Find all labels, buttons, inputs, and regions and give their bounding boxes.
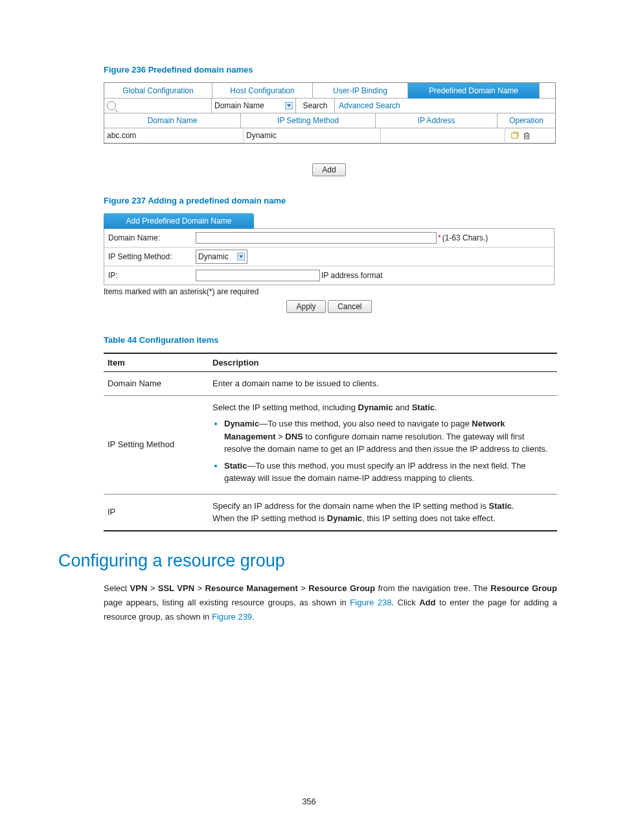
cancel-button[interactable]: Cancel (328, 300, 371, 313)
search-row: Domain Name Search Advanced Search (104, 99, 555, 113)
col-operation: Operation (498, 113, 555, 128)
add-button-row: Add (104, 163, 555, 176)
cell-item: Domain Name (104, 372, 209, 396)
table-44: Item Description Domain Name Enter a dom… (104, 353, 557, 531)
required-asterisk: * (437, 233, 441, 242)
tab-add-predefined[interactable]: Add Predefined Domain Name (104, 213, 254, 229)
th-desc: Description (209, 353, 557, 372)
cell-method: Dynamic (244, 128, 381, 143)
row-ip: IP: IP address format (104, 266, 554, 285)
list-item: Static—To use this method, you must spec… (224, 460, 553, 485)
label-domain-name: Domain Name: (108, 233, 196, 242)
search-input-cell[interactable] (104, 99, 212, 113)
cell-item: IP (104, 494, 209, 531)
col-ip: IP Address (376, 113, 498, 128)
tab-user-ip-binding[interactable]: User-IP Binding (313, 83, 408, 99)
table-row: Domain Name Enter a domain name to be is… (104, 372, 557, 396)
apply-button[interactable]: Apply (286, 300, 325, 313)
edit-icon[interactable] (510, 131, 520, 140)
page-number: 356 (0, 797, 618, 806)
search-field-value: Domain Name (214, 101, 264, 110)
tab-predefined-domain[interactable]: Predefined Domain Name (408, 83, 540, 99)
search-icon (107, 101, 116, 110)
search-button[interactable]: Search (296, 99, 335, 113)
input-domain-name[interactable] (196, 232, 437, 244)
figure-236-ui: Global Configuration Host Configuration … (104, 82, 556, 144)
cell-item: IP Setting Method (104, 395, 209, 494)
tab-host-config[interactable]: Host Configuration (212, 83, 313, 99)
domain-hint: (1-63 Chars.) (441, 233, 488, 242)
table-row: IP Specify an IP address for the domain … (104, 494, 557, 531)
input-ip[interactable] (196, 270, 320, 281)
required-note: Items marked with an asterisk(*) are req… (104, 285, 555, 300)
tab-global-config[interactable]: Global Configuration (104, 83, 212, 99)
figure-236-caption: Figure 236 Predefined domain names (104, 65, 560, 75)
label-ip-method: IP Setting Method: (108, 252, 196, 261)
col-method: IP Setting Method (241, 113, 376, 128)
select-ip-method[interactable]: Dynamic (196, 250, 247, 264)
cell-desc: Enter a domain name to be issued to clie… (209, 372, 557, 396)
table-row: IP Setting Method Select the IP setting … (104, 395, 557, 494)
grid-header: Domain Name IP Setting Method IP Address… (104, 113, 555, 128)
cell-desc: Specify an IP address for the domain nam… (209, 494, 557, 531)
cell-domain: abc.com (104, 128, 244, 143)
th-item: Item (104, 353, 209, 372)
section-heading: Configuring a resource group (58, 551, 560, 571)
select-ip-method-value: Dynamic (198, 252, 229, 261)
cell-operation (505, 128, 555, 143)
link-figure-239[interactable]: Figure 239 (212, 612, 252, 622)
ip-hint: IP address format (320, 271, 383, 280)
table-row: abc.com Dynamic (104, 128, 555, 143)
col-domain: Domain Name (104, 113, 241, 128)
label-ip: IP: (108, 271, 196, 280)
row-domain-name: Domain Name: *(1-63 Chars.) (104, 229, 554, 248)
add-button[interactable]: Add (312, 163, 345, 176)
cell-ip (381, 128, 505, 143)
link-figure-238[interactable]: Figure 238 (350, 598, 391, 607)
trash-icon[interactable] (522, 131, 531, 140)
figure-237-ui: Add Predefined Domain Name Domain Name: … (104, 213, 555, 316)
svg-rect-0 (512, 134, 518, 139)
figure-237-caption: Figure 237 Adding a predefined domain na… (104, 196, 560, 205)
search-field-select[interactable]: Domain Name (212, 99, 296, 113)
chevron-down-icon (237, 253, 245, 261)
row-ip-method: IP Setting Method: Dynamic (104, 248, 554, 266)
form-buttons: Apply Cancel (104, 300, 555, 316)
section-paragraph: Select VPN > SSL VPN > Resource Manageme… (104, 581, 557, 624)
cell-desc: Select the IP setting method, including … (209, 395, 557, 494)
chevron-down-icon (285, 102, 293, 110)
list-item: Dynamic—To use this method, you also nee… (224, 417, 553, 456)
tab-spacer-2 (254, 213, 555, 229)
method-list: Dynamic—To use this method, you also nee… (212, 417, 553, 485)
tabs-row: Global Configuration Host Configuration … (104, 83, 555, 99)
tab-spacer (540, 83, 555, 99)
table-44-caption: Table 44 Configuration items (104, 335, 560, 345)
advanced-search-link[interactable]: Advanced Search (335, 99, 555, 113)
